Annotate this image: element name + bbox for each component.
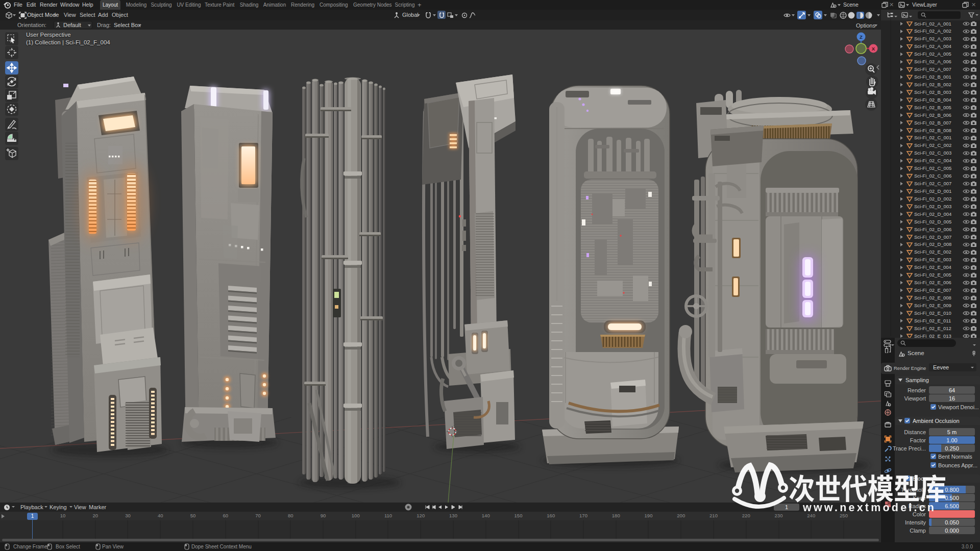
svg-text:Sci-Fi_02_A_004: Sci-Fi_02_A_004 bbox=[914, 43, 951, 49]
svg-text:Sci-Fi_02_E_012: Sci-Fi_02_E_012 bbox=[914, 325, 951, 331]
svg-text:Sci-Fi_02_E_008: Sci-Fi_02_E_008 bbox=[914, 295, 951, 300]
svg-text:Sci-Fi_02_D_002: Sci-Fi_02_D_002 bbox=[914, 196, 951, 202]
svg-text:Sci-Fi_02_E_005: Sci-Fi_02_E_005 bbox=[914, 272, 951, 278]
svg-text:Sci-Fi_02_C_004: Sci-Fi_02_C_004 bbox=[914, 158, 951, 163]
svg-text:Sci-Fi_02_C_002: Sci-Fi_02_C_002 bbox=[914, 142, 951, 148]
svg-text:Sci-Fi_02_D_001: Sci-Fi_02_D_001 bbox=[914, 188, 951, 194]
svg-text:Sci-Fi_02_A_001: Sci-Fi_02_A_001 bbox=[914, 21, 951, 27]
svg-text:Sci-Fi_02_A_002: Sci-Fi_02_A_002 bbox=[914, 28, 951, 34]
svg-text:Sci-Fi_02_C_005: Sci-Fi_02_C_005 bbox=[914, 165, 951, 171]
svg-text:Sci-Fi_02_D_003: Sci-Fi_02_D_003 bbox=[914, 204, 951, 209]
svg-text:Sci-Fi_02_A_007: Sci-Fi_02_A_007 bbox=[914, 66, 951, 72]
svg-text:Sci-Fi_02_D_005: Sci-Fi_02_D_005 bbox=[914, 219, 951, 224]
svg-text:Sci-Fi_02_E_013: Sci-Fi_02_E_013 bbox=[914, 333, 951, 338]
svg-text:Sci-Fi_02_E_006: Sci-Fi_02_E_006 bbox=[914, 280, 951, 285]
svg-text:Sci-Fi_02_D_006: Sci-Fi_02_D_006 bbox=[914, 227, 951, 232]
svg-text:Sci-Fi_02_E_004: Sci-Fi_02_E_004 bbox=[914, 264, 951, 270]
svg-text:Sci-Fi_02_A_005: Sci-Fi_02_A_005 bbox=[914, 51, 951, 57]
svg-text:Sci-Fi_02_B_002: Sci-Fi_02_B_002 bbox=[914, 82, 951, 87]
svg-text:Sci-Fi_02_C_006: Sci-Fi_02_C_006 bbox=[914, 173, 951, 179]
svg-text:Sci-Fi_02_D_008: Sci-Fi_02_D_008 bbox=[914, 241, 951, 247]
svg-text:Sci-Fi_02_B_003: Sci-Fi_02_B_003 bbox=[914, 89, 951, 95]
svg-text:Sci-Fi_02_B_007: Sci-Fi_02_B_007 bbox=[914, 120, 951, 126]
svg-text:Sci-Fi_02_E_011: Sci-Fi_02_E_011 bbox=[914, 318, 951, 323]
svg-text:Sci-Fi_02_A_003: Sci-Fi_02_A_003 bbox=[914, 36, 951, 41]
svg-text:Sci-Fi_02_C_001: Sci-Fi_02_C_001 bbox=[914, 135, 951, 140]
svg-text:X: X bbox=[872, 46, 875, 52]
svg-text:Sci-Fi_02_B_008: Sci-Fi_02_B_008 bbox=[914, 128, 951, 133]
svg-text:Sci-Fi_02_B_001: Sci-Fi_02_B_001 bbox=[914, 74, 951, 80]
svg-text:Sci-Fi_02_E_002: Sci-Fi_02_E_002 bbox=[914, 249, 951, 255]
svg-text:Sci-Fi_02_C_007: Sci-Fi_02_C_007 bbox=[914, 181, 951, 186]
svg-text:Sci-Fi_02_A_006: Sci-Fi_02_A_006 bbox=[914, 59, 951, 64]
svg-text:Sci-Fi_02_E_010: Sci-Fi_02_E_010 bbox=[914, 310, 951, 316]
svg-text:Sci-Fi_02_B_004: Sci-Fi_02_B_004 bbox=[914, 97, 951, 103]
svg-text:Z: Z bbox=[860, 34, 863, 40]
svg-text:Sci-Fi_02_E_007: Sci-Fi_02_E_007 bbox=[914, 287, 951, 293]
svg-text:Sci-Fi_02_B_006: Sci-Fi_02_B_006 bbox=[914, 112, 951, 118]
svg-text:Sci-Fi_02_D_004: Sci-Fi_02_D_004 bbox=[914, 211, 951, 217]
svg-text:Sci-Fi_02_C_003: Sci-Fi_02_C_003 bbox=[914, 150, 951, 156]
svg-text:Sci-Fi_02_E_009: Sci-Fi_02_E_009 bbox=[914, 303, 951, 308]
svg-text:Sci-Fi_02_E_003: Sci-Fi_02_E_003 bbox=[914, 257, 951, 262]
svg-text:Sci-Fi_02_B_005: Sci-Fi_02_B_005 bbox=[914, 105, 951, 110]
svg-text:Sci-Fi_02_D_007: Sci-Fi_02_D_007 bbox=[914, 234, 951, 240]
